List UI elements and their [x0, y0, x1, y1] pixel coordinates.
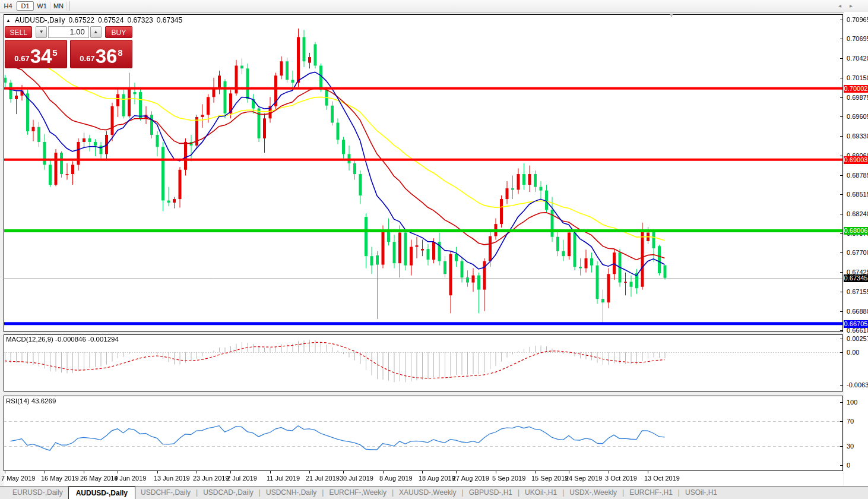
sell-price-pip: 5 — [52, 48, 57, 58]
timeframe-button-d1[interactable]: D1 — [17, 1, 34, 11]
chart-tab-eurchf-weekly[interactable]: EURCHF-,Weekly — [324, 487, 391, 499]
date-axis-label: 5 Sep 2019 — [492, 475, 525, 482]
date-axis-label: 30 Jul 2019 — [340, 475, 373, 482]
collapse-triangle-icon[interactable]: ▲ — [6, 18, 11, 23]
date-axis-label: 16 May 2019 — [41, 475, 79, 482]
macd-axis-label: 0.00 — [847, 349, 868, 356]
buy-price-big: 36 — [96, 48, 118, 65]
price-axis-label: 0.67155 — [847, 288, 868, 295]
tab-scroll-arrows[interactable]: ◂▸ — [838, 2, 861, 9]
chart-tab-usdx-weekly[interactable]: USDX-,Weekly — [564, 487, 622, 499]
chart-tab-eurusd-daily[interactable]: EURUSD-,Daily — [7, 487, 68, 499]
rsi-indicator-label: RSI(14) 43.6269 — [6, 397, 56, 405]
date-axis-label: 11 Jul 2019 — [267, 475, 300, 482]
date-axis-label: 23 Jun 2019 — [193, 475, 229, 482]
timeframe-button-w1[interactable]: W1 — [34, 2, 50, 11]
rsi-axis-label: 0 — [847, 462, 868, 469]
date-axis-label: 2 Jul 2019 — [227, 475, 257, 482]
chart-tab-audusd-daily[interactable]: AUDUSD-,Daily — [68, 487, 135, 499]
chart-tabs-bar: EURUSD-,DailyAUDUSD-,DailyUSDCHF-,Daily|… — [0, 486, 868, 499]
buy-button[interactable]: BUY — [105, 26, 132, 38]
price-axis-label: 0.66880 — [847, 308, 868, 315]
buy-price-box[interactable]: 0.67 36 8 — [70, 40, 132, 68]
price-axis-label: 0.67700 — [847, 249, 868, 256]
sell-price-big: 34 — [30, 48, 52, 65]
chart-tab-gbpusd-h1[interactable]: GBPUSD-,H1 — [464, 487, 518, 499]
toolbar-divider — [69, 1, 70, 11]
volume-input[interactable]: 1.00 — [48, 26, 88, 38]
macd-indicator-label: MACD(12,26,9) -0.000846 -0.001294 — [6, 336, 119, 343]
chart-shift-marker-icon[interactable]: ▼ — [669, 12, 674, 18]
ohlc-open: 0.67522 — [69, 16, 94, 24]
price-axis-label: 0.68240 — [847, 210, 868, 217]
date-axis-label: 7 May 2019 — [1, 475, 35, 482]
date-axis-label: 13 Oct 2019 — [644, 475, 680, 482]
date-axis-label: 15 Sep 2019 — [531, 475, 568, 482]
price-axis-label: 0.69875 — [847, 94, 868, 101]
chevron-up-icon: ▲ — [93, 29, 98, 34]
price-axis-label: 0.68785 — [847, 172, 868, 179]
mt4-window: H4D1W1MN ▲AUDUSD-,Daily0.675220.675240.6… — [0, 0, 868, 499]
price-axis-label: 0.69330 — [847, 132, 868, 140]
date-axis-label: 21 Jul 2019 — [306, 475, 340, 482]
price-axis-label: 0.70695 — [847, 35, 868, 42]
chart-tab-usoil-h1[interactable]: USOil-,H1 — [680, 487, 723, 499]
timeframe-button-h4[interactable]: H4 — [0, 2, 17, 11]
chart-tab-ukoil-h1[interactable]: UKOil-,H1 — [519, 487, 562, 499]
price-level-badge: 0.70002 — [844, 85, 868, 93]
rsi-axis-label: 70 — [847, 418, 868, 425]
ohlc-close: 0.67345 — [157, 16, 182, 24]
sell-button[interactable]: SELL — [5, 26, 32, 38]
chart-symbol-period: AUDUSD-,Daily — [15, 16, 65, 24]
date-axis-label: 3 Oct 2019 — [605, 475, 637, 482]
macd-axis-label: 0.002574 — [847, 335, 868, 342]
price-level-badge: 0.66705 — [844, 320, 868, 328]
ohlc-high: 0.67524 — [98, 16, 123, 24]
ohlc-low: 0.67323 — [127, 16, 153, 24]
chart-tab-usdcnh-daily[interactable]: USDCNH-,Daily — [261, 487, 322, 499]
price-level-badge: 0.67345 — [844, 274, 868, 282]
price-axis-label: 0.70420 — [847, 55, 868, 62]
price-chart-canvas[interactable] — [4, 14, 843, 486]
date-axis-label: 27 Aug 2019 — [452, 475, 489, 482]
date-axis-label: 4 Jun 2019 — [114, 475, 146, 482]
chart-tab-usdchf-daily[interactable]: USDCHF-,Daily — [135, 487, 196, 499]
price-axis-label: 0.70150 — [847, 74, 868, 81]
timeframe-toolbar: H4D1W1MN — [0, 0, 868, 12]
sell-price-box[interactable]: 0.67 34 5 — [5, 40, 67, 68]
volume-decrease-button[interactable]: ▼ — [36, 26, 47, 38]
rsi-axis-label: 30 — [847, 443, 868, 450]
one-click-trading-widget: SELL ▼ 1.00 ▲ BUY 0.67 34 5 0.67 36 8 — [5, 26, 132, 68]
price-axis-label: 0.69605 — [847, 113, 868, 120]
date-axis-label: 8 Aug 2019 — [379, 475, 413, 482]
buy-price-pip: 8 — [118, 48, 122, 58]
macd-axis-label: -0.006326 — [847, 381, 868, 389]
timeframe-button-mn[interactable]: MN — [50, 2, 67, 11]
sell-price-prefix: 0.67 — [14, 54, 29, 63]
chart-title: ▲AUDUSD-,Daily0.675220.675240.673230.673… — [6, 16, 182, 24]
date-axis-label: 18 Aug 2019 — [419, 475, 455, 482]
chart-tab-usdcad-daily[interactable]: USDCAD-,Daily — [198, 487, 259, 499]
chevron-down-icon: ▼ — [39, 29, 44, 34]
date-axis-label: 24 Sep 2019 — [565, 475, 602, 482]
chart-tab-xauusd-weekly[interactable]: XAUUSD-,Weekly — [394, 487, 461, 499]
price-level-badge: 0.69003 — [844, 156, 868, 164]
price-axis-label: 0.68515 — [847, 191, 868, 198]
date-axis-label: 26 May 2019 — [80, 475, 118, 482]
date-axis-label: 13 Jun 2019 — [154, 475, 190, 482]
rsi-axis-label: 100 — [847, 399, 868, 406]
buy-price-prefix: 0.67 — [80, 54, 94, 63]
price-axis-label: 0.70965 — [847, 16, 868, 23]
volume-increase-button[interactable]: ▲ — [90, 26, 102, 38]
price-level-badge: 0.68006 — [844, 227, 868, 235]
chart-tab-eurchf-h1[interactable]: EURCHF-,H1 — [624, 487, 678, 499]
